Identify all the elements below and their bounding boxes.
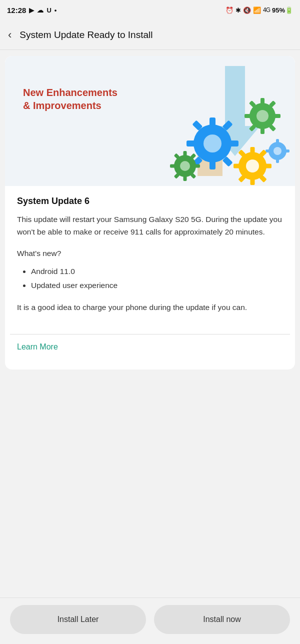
volume-icon: 🔇 bbox=[243, 6, 251, 14]
illustration-tagline: New Enhancements & Improvements bbox=[23, 86, 118, 112]
feature-list: Android 11.0 Updated user experience bbox=[17, 264, 283, 292]
svg-rect-16 bbox=[274, 114, 280, 118]
alarm-icon: ⏰ bbox=[226, 6, 234, 14]
status-bar: 12:28 ▶ ☁ U • ⏰ ✱ 🔇 📶 4G 95%🔋 bbox=[0, 0, 300, 20]
svg-rect-41 bbox=[184, 176, 187, 181]
battery-icon: 95%🔋 bbox=[272, 6, 293, 14]
bottom-spacer bbox=[0, 376, 300, 426]
illustration-area: New Enhancements & Improvements bbox=[5, 56, 295, 186]
status-bar-right: ⏰ ✱ 🔇 📶 4G 95%🔋 bbox=[226, 6, 293, 14]
u-icon: U bbox=[46, 6, 51, 14]
svg-rect-30 bbox=[250, 147, 255, 154]
svg-rect-14 bbox=[260, 98, 264, 104]
svg-rect-6 bbox=[230, 140, 238, 146]
learn-more-section: Learn More bbox=[5, 334, 295, 360]
back-button[interactable]: ‹ bbox=[8, 28, 12, 42]
status-bar-left: 12:28 ▶ ☁ U • bbox=[7, 6, 56, 14]
svg-rect-43 bbox=[170, 164, 175, 168]
svg-rect-25 bbox=[276, 159, 279, 163]
install-later-button[interactable]: Install Later bbox=[10, 605, 146, 634]
charge-note: It is a good idea to charge your phone d… bbox=[17, 302, 283, 314]
svg-point-13 bbox=[256, 110, 268, 122]
list-item-ux: Updated user experience bbox=[31, 278, 283, 292]
illustration-svg bbox=[125, 56, 295, 186]
whats-new-heading: What's new? bbox=[17, 248, 283, 260]
signal-icon: 4G bbox=[263, 6, 270, 14]
svg-point-23 bbox=[274, 147, 282, 155]
header: ‹ System Update Ready to Install bbox=[0, 20, 300, 50]
update-title: System Update 6 bbox=[17, 196, 283, 206]
svg-rect-4 bbox=[210, 118, 216, 126]
wifi-icon: 📶 bbox=[253, 6, 261, 14]
youtube-icon: ▶ bbox=[29, 6, 34, 14]
svg-point-39 bbox=[180, 161, 190, 171]
learn-more-link[interactable]: Learn More bbox=[17, 342, 58, 351]
svg-rect-26 bbox=[286, 150, 290, 152]
content-area: System Update 6 This update will restart… bbox=[5, 186, 295, 319]
list-item-android: Android 11.0 bbox=[31, 264, 283, 278]
svg-rect-32 bbox=[265, 164, 272, 168]
svg-rect-42 bbox=[195, 164, 200, 168]
cloud-icon: ☁ bbox=[37, 6, 44, 14]
main-card: New Enhancements & Improvements bbox=[5, 56, 295, 370]
bluetooth-icon: ✱ bbox=[236, 6, 241, 14]
svg-rect-7 bbox=[186, 140, 196, 146]
dot-icon: • bbox=[54, 6, 57, 14]
svg-rect-5 bbox=[210, 160, 216, 170]
svg-rect-24 bbox=[276, 139, 279, 143]
svg-point-29 bbox=[246, 160, 259, 172]
header-title: System Update Ready to Install bbox=[20, 30, 152, 40]
svg-rect-33 bbox=[234, 164, 240, 168]
svg-rect-31 bbox=[250, 178, 255, 185]
update-description: This update will restart your Samsung Ga… bbox=[17, 214, 283, 238]
svg-rect-15 bbox=[260, 128, 264, 134]
svg-rect-17 bbox=[244, 114, 250, 118]
svg-rect-40 bbox=[184, 151, 187, 156]
bottom-bar: Install Later Install now bbox=[0, 598, 300, 644]
svg-point-3 bbox=[204, 134, 222, 152]
install-now-button[interactable]: Install now bbox=[154, 605, 290, 634]
status-time: 12:28 bbox=[7, 6, 26, 14]
